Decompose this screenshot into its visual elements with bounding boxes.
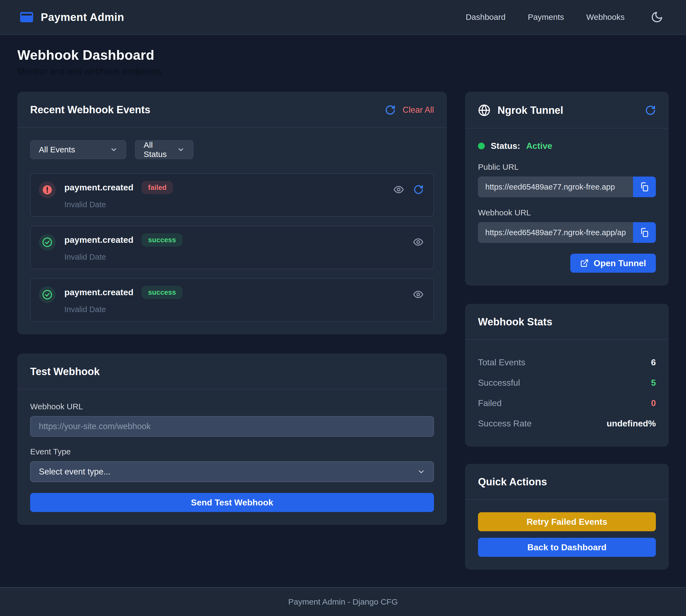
stat-row: Success Rate undefined% <box>478 413 656 434</box>
refresh-icon <box>385 105 396 115</box>
copy-icon <box>640 227 649 237</box>
page-subtitle: Monitor and test webhook endpoints <box>17 66 669 76</box>
ngrok-title: Ngrok Tunnel <box>497 105 563 116</box>
public-url-input[interactable] <box>478 177 633 197</box>
event-row: payment.created success Invalid Date <box>30 278 434 322</box>
stat-value: 0 <box>651 398 656 408</box>
recent-events-card: Recent Webhook Events Clear All <box>17 92 447 334</box>
moon-icon <box>651 11 663 23</box>
stat-label: Total Events <box>478 357 525 368</box>
webhook-stats-card: Webhook Stats Total Events 6 Successful … <box>465 304 669 446</box>
refresh-icon <box>645 105 656 116</box>
eye-icon <box>413 237 424 247</box>
status-badge: failed <box>141 181 173 194</box>
quick-actions-card: Quick Actions Retry Failed Events Back t… <box>465 464 669 570</box>
test-webhook-title: Test Webhook <box>30 366 100 377</box>
event-name: payment.created <box>64 235 133 245</box>
main-content: Webhook Dashboard Monitor and test webho… <box>0 35 686 587</box>
event-type-label: Event Type <box>30 447 434 456</box>
navbar: Payment Admin Dashboard Payments Webhook… <box>0 0 686 35</box>
event-filter-value: All Events <box>39 145 103 154</box>
status-dot <box>478 142 485 149</box>
page-title: Webhook Dashboard <box>17 47 669 63</box>
brand[interactable]: Payment Admin <box>20 11 124 23</box>
ngrok-tunnel-card: Ngrok Tunnel <box>465 92 669 285</box>
status-filter[interactable]: All Status <box>135 140 193 159</box>
nav-item-payments[interactable]: Payments <box>528 13 564 22</box>
view-event-button[interactable] <box>413 289 424 300</box>
public-url-label: Public URL <box>478 162 656 172</box>
nav-links: Dashboard Payments Webhooks <box>466 11 663 23</box>
event-timestamp: Invalid Date <box>64 200 393 209</box>
retry-icon <box>413 184 424 195</box>
open-tunnel-label: Open Tunnel <box>594 258 646 268</box>
stat-row: Successful 5 <box>478 373 656 393</box>
nav-item-dashboard[interactable]: Dashboard <box>466 13 506 22</box>
event-row: payment.created failed Invalid Date <box>30 173 434 217</box>
event-name: payment.created <box>64 182 133 193</box>
open-tunnel-button[interactable]: Open Tunnel <box>570 254 656 273</box>
stat-label: Failed <box>478 398 502 408</box>
back-to-dashboard-button[interactable]: Back to Dashboard <box>478 538 656 557</box>
retry-event-button[interactable] <box>413 184 424 195</box>
webhook-url-input[interactable] <box>30 416 434 437</box>
test-webhook-card: Test Webhook Webhook URL Event Type Sele… <box>17 354 447 525</box>
copy-public-url-button[interactable] <box>633 177 656 197</box>
footer: Payment Admin - Django CFG <box>0 587 686 616</box>
chevron-down-icon <box>177 146 185 153</box>
copy-icon <box>640 182 649 192</box>
event-name: payment.created <box>64 287 133 298</box>
refresh-events-button[interactable] <box>385 105 396 115</box>
tunnel-webhook-url-input[interactable] <box>478 222 633 243</box>
stat-value: 6 <box>651 357 656 368</box>
stat-label: Success Rate <box>478 419 531 428</box>
event-timestamp: Invalid Date <box>64 305 413 314</box>
refresh-tunnel-button[interactable] <box>645 105 656 116</box>
external-link-icon <box>580 259 589 267</box>
stat-row: Failed 0 <box>478 393 656 413</box>
quick-actions-title: Quick Actions <box>478 476 547 488</box>
view-event-button[interactable] <box>393 184 404 195</box>
stat-value: undefined% <box>607 419 656 428</box>
tunnel-status-label: Status: <box>491 141 520 151</box>
theme-toggle-button[interactable] <box>651 11 663 23</box>
check-circle-icon <box>39 286 56 303</box>
status-badge: success <box>141 286 182 299</box>
eye-icon <box>393 184 404 195</box>
clear-all-button[interactable]: Clear All <box>403 105 434 115</box>
stat-value: 5 <box>651 378 656 388</box>
event-type-filter[interactable]: All Events <box>30 140 126 159</box>
send-test-webhook-button[interactable]: Send Test Webhook <box>30 493 434 512</box>
brand-title: Payment Admin <box>41 11 124 23</box>
event-type-select-value: Select event type... <box>39 467 417 477</box>
view-event-button[interactable] <box>413 237 424 247</box>
stat-label: Successful <box>478 378 520 388</box>
chevron-down-icon <box>110 146 117 153</box>
status-badge: success <box>141 233 182 247</box>
stat-row: Total Events 6 <box>478 352 656 373</box>
globe-icon <box>478 104 490 116</box>
recent-events-title: Recent Webhook Events <box>30 104 151 116</box>
footer-text: Payment Admin - Django CFG <box>288 597 398 607</box>
tunnel-status-value: Active <box>526 141 552 151</box>
retry-failed-events-button[interactable]: Retry Failed Events <box>478 512 656 531</box>
status-filter-value: All Status <box>143 140 170 159</box>
event-row: payment.created success Invalid Date <box>30 226 434 269</box>
tunnel-webhook-url-label: Webhook URL <box>478 208 656 217</box>
chevron-down-icon <box>417 468 425 476</box>
event-type-select[interactable]: Select event type... <box>30 461 434 482</box>
eye-icon <box>413 289 424 300</box>
nav-item-webhooks[interactable]: Webhooks <box>586 13 625 22</box>
copy-webhook-url-button[interactable] <box>633 222 656 243</box>
event-timestamp: Invalid Date <box>64 252 413 262</box>
credit-card-icon <box>20 12 34 23</box>
webhook-url-label: Webhook URL <box>30 402 434 411</box>
alert-circle-icon <box>39 181 56 198</box>
check-circle-icon <box>39 234 56 251</box>
stats-title: Webhook Stats <box>478 316 552 328</box>
